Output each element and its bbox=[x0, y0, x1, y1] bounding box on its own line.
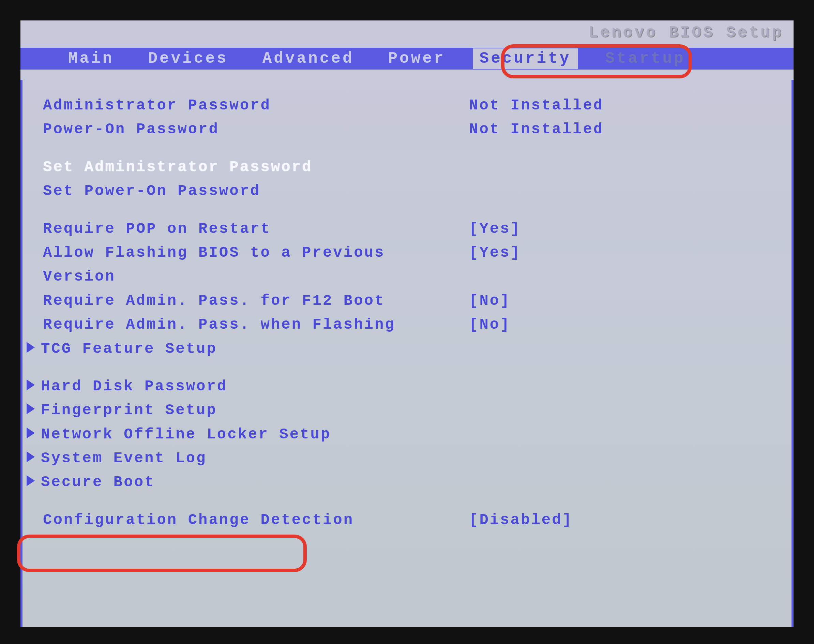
submenu-network-locker[interactable]: Network Offline Locker Setup bbox=[27, 422, 765, 446]
label-admin-password: Administrator Password bbox=[43, 94, 469, 117]
tab-power[interactable]: Power bbox=[382, 48, 452, 69]
value-admin-password: Not Installed bbox=[469, 94, 604, 117]
value-require-pop-restart: [Yes] bbox=[469, 217, 521, 241]
value-require-admin-f12: [No] bbox=[469, 289, 510, 313]
triangle-right-icon bbox=[27, 475, 35, 486]
submenu-tcg[interactable]: TCG Feature Setup bbox=[27, 337, 765, 361]
tab-advanced[interactable]: Advanced bbox=[256, 48, 361, 69]
tab-devices[interactable]: Devices bbox=[141, 48, 235, 69]
tab-security[interactable]: Security bbox=[473, 48, 578, 69]
row-require-admin-f12[interactable]: Require Admin. Pass. for F12 Boot [No] bbox=[43, 289, 781, 313]
triangle-right-icon bbox=[27, 379, 35, 390]
item-set-poweron-password[interactable]: Set Power-On Password bbox=[43, 179, 781, 203]
value-poweron-password: Not Installed bbox=[469, 117, 604, 141]
submenu-hdd-password[interactable]: Hard Disk Password bbox=[27, 374, 765, 398]
value-allow-flash-prev: [Yes] bbox=[469, 241, 521, 265]
bios-menubar: Main Devices Advanced Power Security Sta… bbox=[20, 48, 794, 69]
triangle-right-icon bbox=[27, 342, 35, 353]
triangle-right-icon bbox=[27, 403, 35, 414]
security-panel: Administrator Password Not Installed Pow… bbox=[20, 80, 794, 627]
bios-screen: Lenovo BIOS Setup Main Devices Advanced … bbox=[20, 20, 794, 627]
submenu-system-event-log[interactable]: System Event Log bbox=[27, 446, 765, 470]
row-require-admin-flashing[interactable]: Require Admin. Pass. when Flashing [No] bbox=[43, 313, 781, 336]
triangle-right-icon bbox=[27, 451, 35, 462]
value-config-change-detection: [Disabled] bbox=[469, 508, 573, 532]
value-require-admin-flashing: [No] bbox=[469, 313, 510, 336]
item-set-admin-password[interactable]: Set Administrator Password bbox=[43, 155, 781, 179]
row-allow-flash-prev-line2: Version bbox=[43, 265, 781, 288]
row-admin-password: Administrator Password Not Installed bbox=[43, 94, 781, 117]
submenu-secure-boot[interactable]: Secure Boot bbox=[27, 470, 765, 494]
submenu-fingerprint[interactable]: Fingerprint Setup bbox=[27, 398, 765, 422]
tab-startup[interactable]: Startup bbox=[598, 48, 692, 69]
triangle-right-icon bbox=[27, 428, 35, 439]
row-poweron-password: Power-On Password Not Installed bbox=[43, 117, 781, 141]
row-require-pop-restart[interactable]: Require POP on Restart [Yes] bbox=[43, 217, 781, 241]
row-allow-flash-prev[interactable]: Allow Flashing BIOS to a Previous [Yes] bbox=[43, 241, 781, 265]
bios-title: Lenovo BIOS Setup bbox=[589, 24, 783, 41]
tab-main[interactable]: Main bbox=[61, 48, 121, 69]
label-poweron-password: Power-On Password bbox=[43, 117, 469, 141]
row-config-change-detection[interactable]: Configuration Change Detection [Disabled… bbox=[43, 508, 781, 532]
